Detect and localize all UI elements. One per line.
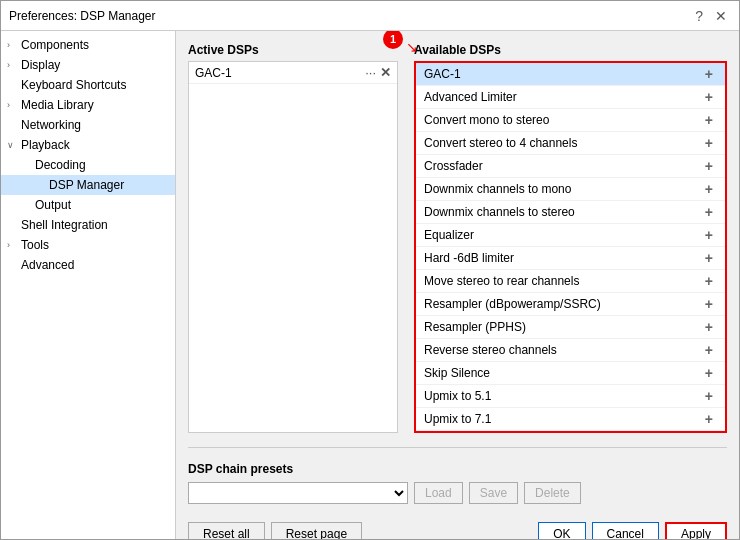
sidebar-label-shell-integration: Shell Integration [21, 218, 108, 232]
sidebar-item-output[interactable]: Output [1, 195, 175, 215]
active-dsps-title: Active DSPs [188, 43, 398, 57]
available-dsp-item[interactable]: Convert mono to stereo+ [416, 109, 725, 132]
delete-preset-button[interactable]: Delete [524, 482, 581, 504]
presets-dropdown[interactable] [188, 482, 408, 504]
available-dsp-name: Convert mono to stereo [424, 113, 701, 127]
presets-label: DSP chain presets [188, 462, 727, 476]
tree-arrow-components: › [7, 40, 21, 50]
available-dsp-add-button[interactable]: + [701, 89, 717, 105]
available-dsp-add-button[interactable]: + [701, 411, 717, 427]
right-buttons: 2 OK Cancel Apply [538, 522, 727, 539]
available-dsp-add-button[interactable]: + [701, 296, 717, 312]
left-buttons: Reset all Reset page [188, 522, 362, 539]
available-dsps-panel: Available DSPs GAC-1+Advanced Limiter+Co… [414, 43, 727, 433]
available-dsp-add-button[interactable]: + [701, 135, 717, 151]
sidebar-item-media-library[interactable]: ›Media Library [1, 95, 175, 115]
separator [188, 447, 727, 448]
available-dsp-item[interactable]: Move stereo to rear channels+ [416, 270, 725, 293]
available-dsp-item[interactable]: Crossfader+ [416, 155, 725, 178]
available-dsp-add-button[interactable]: + [701, 273, 717, 289]
available-dsp-item[interactable]: Upmix to 7.1+ [416, 408, 725, 431]
available-dsp-name: Upmix to 5.1 [424, 389, 701, 403]
sidebar-item-components[interactable]: ›Components [1, 35, 175, 55]
available-dsp-name: Hard -6dB limiter [424, 251, 701, 265]
tree-arrow-display: › [7, 60, 21, 70]
available-dsp-name: Equalizer [424, 228, 701, 242]
available-dsp-name: Move stereo to rear channels [424, 274, 701, 288]
available-dsp-item[interactable]: Skip Silence+ [416, 362, 725, 385]
available-dsp-item[interactable]: Convert stereo to 4 channels+ [416, 132, 725, 155]
preferences-window: Preferences: DSP Manager ? ✕ ›Components… [0, 0, 740, 540]
available-dsp-add-button[interactable]: + [701, 181, 717, 197]
available-dsp-item[interactable]: Hard -6dB limiter+ [416, 247, 725, 270]
available-dsp-item[interactable]: Resampler (PPHS)+ [416, 316, 725, 339]
sidebar-label-components: Components [21, 38, 89, 52]
available-dsp-item[interactable]: Downmix channels to mono+ [416, 178, 725, 201]
main-area: 1 ↘ Active DSPs GAC-1···✕ Available DSPs… [176, 31, 739, 539]
available-dsp-name: Convert stereo to 4 channels [424, 136, 701, 150]
available-dsp-item[interactable]: Upmix to 5.1+ [416, 385, 725, 408]
available-dsp-item[interactable]: GAC-1+ [416, 63, 725, 86]
sidebar-item-display[interactable]: ›Display [1, 55, 175, 75]
tree-arrow-playback: ∨ [7, 140, 21, 150]
active-dsp-name: GAC-1 [195, 66, 365, 80]
available-dsp-item[interactable]: Equalizer+ [416, 224, 725, 247]
sidebar-label-keyboard-shortcuts: Keyboard Shortcuts [21, 78, 126, 92]
dsp-remove-button[interactable]: ✕ [380, 65, 391, 80]
sidebar-item-networking[interactable]: Networking [1, 115, 175, 135]
sidebar-item-advanced[interactable]: Advanced [1, 255, 175, 275]
available-dsp-add-button[interactable]: + [701, 250, 717, 266]
apply-button[interactable]: Apply [665, 522, 727, 539]
close-button[interactable]: ✕ [711, 9, 731, 23]
available-dsp-item[interactable]: Reverse stereo channels+ [416, 339, 725, 362]
sidebar-label-advanced: Advanced [21, 258, 74, 272]
sidebar-item-decoding[interactable]: Decoding [1, 155, 175, 175]
sidebar-item-tools[interactable]: ›Tools [1, 235, 175, 255]
available-dsp-item[interactable]: Resampler (dBpoweramp/SSRC)+ [416, 293, 725, 316]
title-bar-controls: ? ✕ [691, 9, 731, 23]
available-dsp-name: Upmix to 7.1 [424, 412, 701, 426]
available-dsp-add-button[interactable]: + [701, 227, 717, 243]
available-dsp-item[interactable]: Advanced Limiter+ [416, 86, 725, 109]
available-dsp-add-button[interactable]: + [701, 388, 717, 404]
available-dsp-name: GAC-1 [424, 67, 701, 81]
active-dsp-controls: ···✕ [365, 65, 391, 80]
reset-page-button[interactable]: Reset page [271, 522, 362, 539]
available-dsp-add-button[interactable]: + [701, 342, 717, 358]
available-dsp-add-button[interactable]: + [701, 66, 717, 82]
available-dsps-title: Available DSPs [414, 43, 727, 57]
available-dsp-add-button[interactable]: + [701, 319, 717, 335]
load-preset-button[interactable]: Load [414, 482, 463, 504]
cancel-button[interactable]: Cancel [592, 522, 659, 539]
panels-wrapper: 1 ↘ Active DSPs GAC-1···✕ Available DSPs… [188, 43, 727, 433]
available-dsp-item[interactable]: Downmix channels to stereo+ [416, 201, 725, 224]
available-dsp-name: Resampler (PPHS) [424, 320, 701, 334]
sidebar-label-decoding: Decoding [35, 158, 86, 172]
available-dsp-name: Downmix channels to mono [424, 182, 701, 196]
sidebar-item-dsp-manager[interactable]: DSP Manager [1, 175, 175, 195]
save-preset-button[interactable]: Save [469, 482, 518, 504]
title-bar: Preferences: DSP Manager ? ✕ [1, 1, 739, 31]
active-dsps-list: GAC-1···✕ [188, 61, 398, 433]
sidebar-label-output: Output [35, 198, 71, 212]
reset-all-button[interactable]: Reset all [188, 522, 265, 539]
available-dsp-add-button[interactable]: + [701, 112, 717, 128]
available-dsp-add-button[interactable]: + [701, 204, 717, 220]
tree-arrow-media-library: › [7, 100, 21, 110]
help-button[interactable]: ? [691, 9, 707, 23]
available-dsp-name: Downmix channels to stereo [424, 205, 701, 219]
tree-arrow-tools: › [7, 240, 21, 250]
sidebar-item-keyboard-shortcuts[interactable]: Keyboard Shortcuts [1, 75, 175, 95]
sidebar-item-shell-integration[interactable]: Shell Integration [1, 215, 175, 235]
sidebar-item-playback[interactable]: ∨Playback [1, 135, 175, 155]
available-dsp-add-button[interactable]: + [701, 158, 717, 174]
presets-row: DSP chain presets Load Save Delete [188, 462, 727, 508]
sidebar-label-dsp-manager: DSP Manager [49, 178, 124, 192]
presets-controls: Load Save Delete [188, 482, 727, 504]
dsp-options-button[interactable]: ··· [365, 65, 376, 80]
bottom-buttons: Reset all Reset page 2 OK Cancel Apply [188, 518, 727, 539]
available-dsp-add-button[interactable]: + [701, 365, 717, 381]
ok-button[interactable]: OK [538, 522, 585, 539]
active-dsp-item: GAC-1···✕ [189, 62, 397, 84]
window-title: Preferences: DSP Manager [9, 9, 156, 23]
